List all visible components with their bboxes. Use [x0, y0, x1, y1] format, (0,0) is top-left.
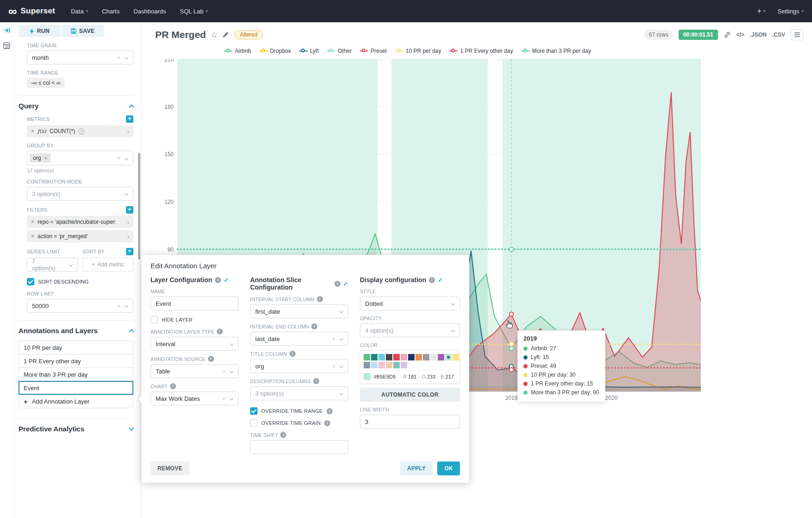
line-width-input[interactable] [360, 415, 460, 429]
expand-metric-icon[interactable]: › [127, 128, 129, 135]
info-icon[interactable]: i [170, 383, 176, 389]
description-columns-select[interactable]: 3 option(s) [250, 386, 348, 400]
add-annotation-layer-button[interactable]: + Add Annotation Layer [19, 394, 133, 408]
metric-pill[interactable]: × ƒ(x) COUNT(*) ? › [27, 125, 133, 137]
annotation-layer-item[interactable]: 10 PR per day [19, 341, 133, 354]
nav-item-sql-lab[interactable]: SQL Lab▾ [180, 8, 208, 15]
superset-brand[interactable]: ∞ Superset [8, 6, 55, 17]
clear-icon[interactable]: × [222, 368, 226, 374]
color-swatch[interactable] [371, 354, 378, 360]
nav-item-data[interactable]: Data▾ [71, 8, 88, 15]
settings-menu[interactable]: Settings▾ [777, 8, 804, 15]
hex-value[interactable]: #B5E9D9 [374, 374, 400, 379]
panel-scrollbar[interactable] [138, 153, 140, 259]
altered-badge[interactable]: Altered [234, 30, 263, 39]
time-shift-input[interactable] [250, 440, 348, 454]
remove-metric-icon[interactable]: × [31, 128, 34, 134]
clear-icon[interactable]: × [222, 396, 226, 402]
name-input[interactable] [151, 297, 239, 310]
color-swatch[interactable] [438, 354, 444, 360]
annotation-layer-type-select[interactable]: Interval [151, 337, 239, 351]
opacity-select[interactable]: 4 option(s) [360, 323, 460, 337]
annotation-source-select[interactable]: Table× [151, 364, 239, 378]
info-icon[interactable]: i [324, 420, 330, 426]
clear-icon[interactable]: × [117, 155, 120, 162]
remove-button[interactable]: REMOVE [151, 461, 189, 475]
clear-icon[interactable]: × [117, 303, 120, 309]
color-swatch[interactable] [378, 362, 385, 368]
share-link-icon[interactable] [724, 31, 731, 38]
legend-item[interactable]: Preset [360, 48, 387, 54]
rgb-r-value[interactable]: R181 [400, 374, 419, 379]
info-icon[interactable]: i [327, 408, 333, 414]
query-section-header[interactable]: Query [19, 102, 133, 110]
info-icon[interactable]: i [334, 281, 340, 287]
style-select[interactable]: Dotted [360, 297, 460, 310]
time-grain-select[interactable]: month × [27, 51, 133, 64]
run-button[interactable]: RUN [19, 25, 61, 37]
group-by-select[interactable]: org × × [27, 151, 133, 165]
color-swatch[interactable] [364, 362, 370, 368]
remove-filter-icon[interactable]: × [31, 219, 34, 225]
remove-filter-icon[interactable]: × [31, 233, 34, 240]
color-swatch[interactable] [378, 354, 385, 360]
add-new-menu[interactable]: +▾ [757, 7, 766, 15]
annotation-layer-item[interactable]: 1 PR Every other day [19, 354, 133, 368]
color-swatch[interactable] [423, 354, 429, 360]
interval-start-column-select[interactable]: first_date [250, 304, 348, 318]
info-icon[interactable]: i [215, 277, 221, 283]
edit-title-icon[interactable] [222, 32, 229, 38]
export-json-button[interactable]: .JSON [750, 32, 767, 38]
datasource-table-icon[interactable] [3, 42, 10, 51]
add-filter-button[interactable]: + [126, 206, 133, 214]
legend-item[interactable]: Airbnb [224, 48, 251, 54]
hide-layer-checkbox[interactable] [151, 316, 158, 323]
clear-icon[interactable]: × [117, 55, 120, 61]
color-swatch[interactable] [364, 354, 370, 360]
add-sort-metric-button[interactable]: + [126, 248, 133, 255]
annotations-section-header[interactable]: Annotations and Layers [19, 327, 133, 335]
info-icon[interactable]: i [313, 378, 319, 384]
color-swatch[interactable] [415, 354, 422, 360]
save-button[interactable]: SAVE [62, 25, 104, 37]
filter-pill[interactable]: × action = 'pr_merged' › [27, 230, 133, 242]
annotation-layer-item-selected[interactable]: Event [19, 381, 133, 395]
group-by-tag[interactable]: org × [30, 153, 50, 163]
series-limit-select[interactable]: 7 option(s) [27, 258, 78, 272]
annotation-layer-item[interactable]: More than 3 PR per day [19, 367, 133, 381]
legend-item[interactable]: Dropbox [259, 48, 291, 54]
expand-datasource-panel-icon[interactable] [3, 27, 10, 36]
embed-code-icon[interactable]: </> [736, 32, 744, 38]
ok-button[interactable]: OK [437, 461, 460, 475]
legend-item[interactable]: Other [327, 48, 352, 54]
rgb-b-value[interactable]: B217 [438, 374, 456, 379]
time-range-value[interactable]: -∞ ≤ col < ∞ [27, 78, 64, 88]
clear-icon[interactable]: × [332, 336, 335, 342]
export-csv-button[interactable]: .CSV [772, 32, 785, 38]
info-icon[interactable]: i [208, 356, 214, 362]
legend-item[interactable]: Lyft [299, 48, 319, 54]
title-column-select[interactable]: org× [250, 359, 348, 373]
remove-tag-icon[interactable]: × [44, 155, 47, 161]
color-swatch[interactable] [386, 354, 392, 360]
color-swatch[interactable] [430, 354, 437, 360]
expand-filter-icon[interactable]: › [127, 219, 129, 226]
nav-item-dashboards[interactable]: Dashboards [133, 8, 166, 15]
expand-filter-icon[interactable]: › [127, 233, 129, 240]
color-swatch[interactable] [401, 354, 407, 360]
chart-menu-button[interactable] [791, 29, 804, 40]
legend-item[interactable]: 10 PR per day [395, 48, 441, 54]
override-time-range-checkbox[interactable] [250, 407, 258, 415]
sort-descending-checkbox[interactable] [27, 278, 34, 285]
interval-end-column-select[interactable]: last_date× [250, 332, 348, 346]
info-icon[interactable]: i [317, 296, 323, 302]
info-icon[interactable]: i [311, 323, 317, 329]
apply-button[interactable]: APPLY [400, 461, 433, 475]
info-icon[interactable]: i [280, 432, 286, 438]
favorite-star-icon[interactable]: ☆ [211, 30, 218, 40]
color-swatch[interactable] [393, 362, 400, 368]
predictive-section-header[interactable]: Predictive Analytics [19, 425, 133, 433]
info-icon[interactable]: i [217, 328, 223, 335]
add-metric-button[interactable]: + [126, 115, 133, 123]
row-limit-select[interactable]: 50000 × [27, 299, 133, 313]
